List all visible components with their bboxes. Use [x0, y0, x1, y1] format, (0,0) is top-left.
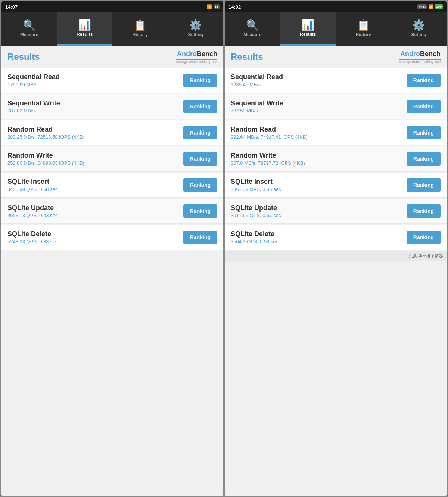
status-bar-1: 14:07 📶 83: [1, 1, 223, 12]
nav-results-2[interactable]: 📊 Results: [280, 12, 336, 46]
bench-value-sqlite-delete-2: 3504.3 QPS, 0.58 sec: [231, 239, 407, 244]
nav-setting-1[interactable]: ⚙️ Setting: [168, 12, 224, 46]
brand-prefix-1: Andro: [177, 50, 197, 58]
signal-icon-2: 📶: [428, 4, 433, 9]
brand-1: AndroBench Storage Benchmarking Tool: [176, 50, 217, 64]
bench-value-rand-write-2: 307.8 MB/s, 78797.72 IOPS (4KB): [231, 160, 407, 166]
history-icon-1: 📋: [134, 20, 147, 31]
bench-value-rand-read-2: 292.64 MB/s, 74917.41 IOPS (4KB): [231, 134, 407, 140]
brand-sub-2: Storage Benchmarking Tool: [399, 60, 441, 64]
history-icon-2: 📋: [357, 20, 370, 31]
nav-results-1[interactable]: 📊 Results: [57, 12, 113, 46]
bench-value-sqlite-insert-1: 3455.99 QPS, 0.58 sec: [7, 186, 183, 192]
bench-info-rand-write-2: Random Write 307.8 MB/s, 78797.72 IOPS (…: [231, 152, 407, 166]
bench-info-rand-read-1: Random Read 283.25 MB/s, 72513.58 IOPS (…: [7, 126, 183, 140]
results-title-2: Results: [231, 52, 263, 62]
bench-row-rand-read-2: Random Read 292.64 MB/s, 74917.41 IOPS (…: [225, 120, 447, 145]
ranking-btn-rand-write-2[interactable]: Ranking: [407, 152, 441, 166]
battery-1: 83: [214, 4, 220, 9]
bench-row-sqlite-delete-1: SQLite Delete 5248.08 QPS, 0.38 sec Rank…: [1, 225, 223, 250]
bench-value-seq-read-1: 1791.69 MB/s: [7, 82, 183, 87]
bench-value-sqlite-insert-2: 2361.39 QPS, 0.86 sec: [231, 186, 407, 192]
nav-setting-2[interactable]: ⚙️ Setting: [391, 12, 447, 46]
bench-info-seq-read-1: Sequential Read 1791.69 MB/s: [7, 73, 183, 87]
bench-info-sqlite-update-1: SQLite Update 4653.13 QPS, 0.43 sec: [7, 204, 183, 218]
bench-info-rand-write-1: Random Write 253.86 MB/s, 64990.03 IOPS …: [7, 152, 183, 166]
bench-name-rand-write-2: Random Write: [231, 152, 407, 160]
bench-row-seq-write-1: Sequential Write 787.02 MB/s Ranking: [1, 94, 223, 119]
bench-row-sqlite-delete-2: SQLite Delete 3504.3 QPS, 0.58 sec Ranki…: [225, 225, 447, 250]
bench-name-seq-write-2: Sequential Write: [231, 99, 407, 107]
measure-icon-2: 🔍: [246, 20, 259, 31]
bench-name-sqlite-insert-1: SQLite Insert: [7, 178, 183, 186]
ranking-btn-sqlite-update-2[interactable]: Ranking: [407, 204, 441, 218]
setting-icon-2: ⚙️: [412, 20, 425, 31]
nav-results-label-2: Results: [300, 32, 316, 37]
bench-info-seq-read-2: Sequential Read 1935.45 MB/s: [231, 73, 407, 87]
bench-info-sqlite-delete-1: SQLite Delete 5248.08 QPS, 0.38 sec: [7, 230, 183, 244]
phone-1: 14:07 📶 83 🔍 Measure 📊 Results 📋 History…: [1, 1, 223, 496]
ranking-btn-rand-read-1[interactable]: Ranking: [183, 126, 217, 139]
nav-measure-1[interactable]: 🔍 Measure: [1, 12, 57, 46]
bench-name-seq-write-1: Sequential Write: [7, 99, 183, 107]
ranking-btn-rand-write-1[interactable]: Ranking: [183, 152, 217, 166]
results-header-2: Results AndroBench Storage Benchmarking …: [225, 46, 447, 67]
bench-value-seq-read-2: 1935.45 MB/s: [231, 82, 407, 87]
ranking-btn-sqlite-insert-2[interactable]: Ranking: [407, 178, 441, 192]
nav-history-1[interactable]: 📋 History: [112, 12, 168, 46]
nav-setting-label-1: Setting: [188, 32, 203, 37]
ranking-btn-rand-read-2[interactable]: Ranking: [407, 126, 441, 139]
status-icons-1: 📶 83: [207, 4, 220, 9]
ranking-btn-seq-read-2[interactable]: Ranking: [407, 74, 441, 87]
bench-value-sqlite-delete-1: 5248.08 QPS, 0.38 sec: [7, 239, 183, 244]
bench-row-rand-write-2: Random Write 307.8 MB/s, 78797.72 IOPS (…: [225, 146, 447, 172]
brand-prefix-2: Andro: [400, 50, 420, 58]
ranking-btn-sqlite-delete-1[interactable]: Ranking: [183, 231, 217, 244]
bench-name-rand-read-2: Random Read: [231, 126, 407, 133]
content-2: Results AndroBench Storage Benchmarking …: [225, 46, 447, 496]
brand-suffix-1: Bench: [197, 50, 217, 58]
bench-row-sqlite-insert-2: SQLite Insert 2361.39 QPS, 0.86 sec Rank…: [225, 173, 447, 198]
status-icons-2: VPN 📶 100: [417, 4, 443, 9]
bench-name-sqlite-update-2: SQLite Update: [231, 204, 407, 212]
bench-name-rand-write-1: Random Write: [7, 152, 183, 160]
bench-info-sqlite-insert-1: SQLite Insert 3455.99 QPS, 0.58 sec: [7, 178, 183, 192]
nav-results-label-1: Results: [77, 32, 93, 37]
vpn-badge-2: VPN: [417, 4, 427, 9]
brand-sub-1: Storage Benchmarking Tool: [176, 60, 217, 64]
nav-setting-label-2: Setting: [411, 32, 426, 37]
nav-bar-2: 🔍 Measure 📊 Results 📋 History ⚙️ Setting: [225, 12, 447, 46]
setting-icon-1: ⚙️: [189, 20, 202, 31]
ranking-btn-sqlite-update-1[interactable]: Ranking: [183, 204, 217, 218]
bench-info-seq-write-2: Sequential Write 782.59 MB/s: [231, 99, 407, 114]
ranking-btn-seq-read-1[interactable]: Ranking: [183, 74, 217, 87]
bench-name-sqlite-insert-2: SQLite Insert: [231, 178, 407, 186]
signal-icon-1: 📶: [207, 4, 212, 9]
ranking-btn-seq-write-2[interactable]: Ranking: [407, 100, 441, 113]
results-title-1: Results: [7, 52, 40, 62]
nav-history-label-1: History: [133, 32, 148, 37]
bench-value-sqlite-update-1: 4653.13 QPS, 0.43 sec: [7, 213, 183, 218]
bench-value-seq-write-1: 787.02 MB/s: [7, 108, 183, 114]
bench-value-sqlite-update-2: 3011.66 QPS, 0.67 sec: [231, 213, 407, 218]
measure-icon-1: 🔍: [23, 20, 36, 31]
nav-measure-2[interactable]: 🔍 Measure: [225, 12, 280, 46]
time-1: 14:07: [5, 4, 18, 10]
ranking-btn-seq-write-1[interactable]: Ranking: [183, 100, 217, 113]
nav-history-2[interactable]: 📋 History: [336, 12, 391, 46]
nav-measure-label-2: Measure: [243, 32, 262, 37]
ranking-btn-sqlite-insert-1[interactable]: Ranking: [183, 178, 217, 192]
time-2: 14:02: [228, 4, 241, 10]
ranking-btn-sqlite-delete-2[interactable]: Ranking: [407, 231, 441, 244]
bench-value-rand-write-1: 253.86 MB/s, 64990.03 IOPS (4KB): [7, 160, 183, 166]
nav-history-label-2: History: [356, 32, 371, 37]
brand-name-2: AndroBench: [399, 50, 441, 58]
phone-2: 14:02 VPN 📶 100 🔍 Measure 📊 Results 📋 Hi…: [225, 1, 447, 496]
bench-row-seq-read-2: Sequential Read 1935.45 MB/s Ranking: [225, 68, 447, 93]
watermark: 头条 @小橙子精选: [225, 251, 447, 261]
results-header-1: Results AndroBench Storage Benchmarking …: [1, 46, 223, 67]
bench-info-sqlite-insert-2: SQLite Insert 2361.39 QPS, 0.86 sec: [231, 178, 407, 192]
bench-info-seq-write-1: Sequential Write 787.02 MB/s: [7, 99, 183, 114]
bench-row-sqlite-insert-1: SQLite Insert 3455.99 QPS, 0.58 sec Rank…: [1, 173, 223, 198]
brand-suffix-2: Bench: [420, 50, 441, 58]
